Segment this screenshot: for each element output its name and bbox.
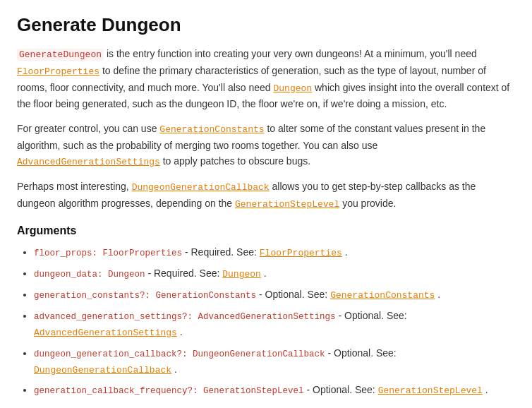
arg-desc-1: - Required. See:	[185, 246, 260, 258]
callback-text-1: Perhaps most interesting,	[17, 181, 129, 192]
gen-step-level-link-1[interactable]: GenerationStepLevel	[235, 199, 339, 210]
page-title: Generate Dungeon	[17, 14, 515, 36]
list-item: dungeon_generation_callback?: DungeonGen…	[34, 345, 515, 378]
dungeon-link-1[interactable]: Dungeon	[274, 83, 313, 94]
list-item: generation_constants?: GenerationConstan…	[34, 287, 515, 304]
arg-suffix-2: .	[264, 268, 267, 279]
intro-paragraph: GenerateDungeon is the entry function in…	[17, 46, 515, 112]
main-func-ref[interactable]: GenerateDungeon	[17, 49, 104, 61]
callback-text-3: you provide.	[342, 198, 396, 209]
floor-properties-link-1[interactable]: FloorProperties	[17, 66, 99, 77]
callback-paragraph: Perhaps most interesting, DungeonGenerat…	[17, 179, 515, 212]
arg-param-3: generation_constants?: GenerationConstan…	[34, 291, 256, 301]
control-text-1: For greater control, you can use	[17, 123, 157, 134]
arg-link-1[interactable]: FloorProperties	[260, 248, 342, 258]
arg-link-6[interactable]: GenerationStepLevel	[378, 385, 483, 396]
gen-constants-link[interactable]: GenerationConstants	[159, 124, 264, 135]
intro-text-1: is the entry function into creating your…	[107, 48, 477, 59]
control-text-3: to apply patches to obscure bugs.	[163, 155, 310, 167]
arg-suffix-6: .	[485, 384, 488, 395]
arg-param-6: generation_callback_frequency?: Generati…	[34, 386, 304, 396]
arg-param-4: advanced_generation_settings?: AdvancedG…	[34, 312, 336, 322]
arg-suffix-4: .	[180, 326, 183, 337]
arguments-heading: Arguments	[17, 224, 515, 237]
arg-param-5: dungeon_generation_callback?: DungeonGen…	[34, 349, 325, 359]
arg-suffix-3: .	[437, 289, 440, 300]
arg-desc-2: - Required. See:	[147, 268, 222, 279]
arguments-list: floor_props: FloorProperties - Required.…	[34, 244, 515, 399]
arg-suffix-1: .	[345, 246, 348, 258]
list-item: generation_callback_frequency?: Generati…	[34, 382, 515, 399]
arg-desc-3: - Optional. See:	[259, 289, 330, 300]
adv-settings-link[interactable]: AdvancedGenerationSettings	[17, 157, 160, 167]
arg-desc-4: - Optional. See:	[338, 310, 406, 321]
arg-suffix-5: .	[174, 364, 177, 375]
arg-param-2: dungeon_data: Dungeon	[34, 270, 145, 280]
list-item: floor_props: FloorProperties - Required.…	[34, 244, 515, 261]
arg-desc-6: - Optional. See:	[306, 384, 377, 395]
dungeon-gen-callback-link[interactable]: DungeonGenerationCallback	[132, 182, 270, 193]
arg-link-3[interactable]: GenerationConstants	[330, 290, 435, 301]
control-paragraph: For greater control, you can use Generat…	[17, 121, 515, 170]
arg-param-1: floor_props: FloorProperties	[34, 248, 182, 258]
arg-link-5[interactable]: DungeonGenerationCallback	[34, 365, 171, 376]
arg-desc-5: - Optional. See:	[327, 347, 396, 359]
list-item: dungeon_data: Dungeon - Required. See: D…	[34, 265, 515, 282]
arg-link-4[interactable]: AdvancedGenerationSettings	[34, 328, 177, 338]
arg-link-2[interactable]: Dungeon	[222, 269, 261, 280]
list-item: advanced_generation_settings?: AdvancedG…	[34, 308, 515, 341]
